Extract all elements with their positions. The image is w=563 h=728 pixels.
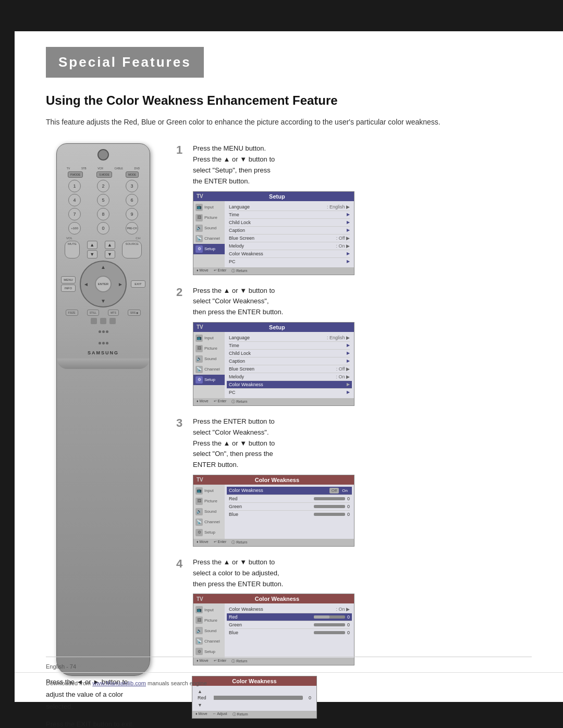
footer-text: Downloaded from — [46, 680, 91, 686]
num-6[interactable]: 6 — [126, 194, 138, 206]
tv-screen-3-sidebar: 📺 Input 🖼 Picture 🔊 Sound — [193, 485, 225, 539]
extra-btn-2[interactable] — [100, 318, 106, 324]
mute-button[interactable]: MUTE — [65, 241, 80, 258]
s2-menu-time-arrow: ▶ — [347, 343, 350, 348]
menu-language: Language : English ▶ — [229, 203, 350, 211]
ch-up[interactable]: ▲ — [105, 241, 115, 249]
tv-screen-3-tv-label: TV — [197, 477, 203, 483]
s4-sidebar-input: 📺 Input — [193, 604, 225, 615]
s4-blue-slider — [314, 631, 345, 634]
vol-down[interactable]: ▼ — [87, 250, 97, 258]
num-plus100[interactable]: +100 — [68, 222, 81, 235]
sidebar-picture: 🖼 Picture — [193, 213, 225, 223]
s3-sidebar-input-icon: 📺 — [195, 487, 203, 495]
vol-up[interactable]: ▲ — [87, 241, 97, 249]
s4-menu-blue-label: Blue — [229, 630, 238, 635]
num-2[interactable]: 2 — [97, 180, 109, 192]
sidebar-channel-icon: 📡 — [195, 235, 203, 242]
s3-menu-red-label: Red — [229, 496, 238, 501]
tv-screen-5-header: Color Weakness — [192, 676, 316, 686]
tv-screen-3-body: 📺 Input 🖼 Picture 🔊 Sound — [193, 485, 354, 539]
source-stb: STB — [81, 167, 87, 170]
num-9[interactable]: 9 — [126, 208, 138, 220]
step-2-number: 2 — [176, 287, 187, 298]
menu-button[interactable]: MENU — [61, 276, 76, 283]
s3-footer-enter: ↵ Enter — [214, 540, 227, 545]
s2-menu-language: Language : English ▶ — [229, 334, 350, 342]
pmode-button[interactable]: P.MODE — [68, 171, 83, 178]
num-7[interactable]: 7 — [68, 208, 81, 220]
s3-blue-value: 0 — [347, 512, 350, 517]
s3-off-btn: Off — [329, 488, 339, 493]
s3-sidebar-sound-label: Sound — [204, 509, 216, 514]
menu-bluescreen-label: Blue Screen — [229, 236, 254, 241]
tv-screen-5-footer: ♦ Move ↔ Adjust ⓘ Return — [192, 711, 316, 718]
exit-button[interactable]: EXIT — [131, 280, 145, 288]
tv-screen-1-body: 📺 Input 🖼 Picture 🔊 Sound — [193, 201, 354, 267]
info-button[interactable]: INFO — [61, 285, 76, 292]
smode-button[interactable]: S.MODE — [96, 171, 112, 178]
s2-sidebar-setup-label: Setup — [204, 377, 215, 382]
menu-pc-label: PC — [229, 259, 236, 264]
menu-time-label: Time — [229, 212, 239, 217]
s2-menu-time-label: Time — [229, 343, 239, 348]
mts-button[interactable]: MTS — [108, 310, 119, 316]
s2-menu-colorweakness-label: Color Weakness — [229, 382, 263, 387]
menu-language-label: Language — [229, 204, 250, 209]
fsize-button[interactable]: FSIZE — [66, 310, 78, 316]
srs-button[interactable]: SRS ◉ — [128, 310, 141, 316]
ch-down[interactable]: ▼ — [105, 250, 115, 258]
dpad-down[interactable]: ▼ — [101, 298, 106, 304]
tv-screen-2-sidebar: 📺 Input 🖼 Picture 🔊 Sound — [193, 332, 225, 398]
dpad: ▲ ▼ ◄ ► ENTER — [80, 261, 127, 307]
samsung-logo: SAMSUNG — [61, 350, 145, 355]
source-dvd: DVD — [134, 167, 140, 170]
tv-screen-1-title: Setup — [269, 193, 285, 200]
num-8[interactable]: 8 — [97, 208, 109, 220]
dpad-left[interactable]: ◄ — [83, 281, 89, 287]
left-border — [0, 0, 15, 728]
tv-screen-1-tv-label: TV — [197, 193, 203, 199]
s4-sidebar-input-icon: 📺 — [195, 606, 203, 613]
source-button[interactable]: SOURCE — [122, 241, 142, 258]
num-1[interactable]: 1 — [68, 180, 81, 192]
menu-time-arrow: ▶ — [347, 212, 350, 217]
still-button[interactable]: STILL — [87, 310, 99, 316]
s2-sidebar-input: 📺 Input — [193, 333, 225, 343]
power-button[interactable] — [97, 149, 109, 161]
vol-ch-labels: VOL CH — [61, 237, 145, 240]
enter-button[interactable]: ENTER — [95, 276, 112, 292]
dpad-up[interactable]: ▲ — [101, 264, 106, 270]
dpad-right[interactable]: ► — [118, 281, 123, 287]
s4-sidebar-setup: ⚙ Setup — [193, 646, 225, 657]
menu-childlock: Child Lock ▶ — [229, 219, 350, 227]
mode-button[interactable]: MODE — [126, 171, 139, 178]
s2-sidebar-input-icon: 📺 — [195, 335, 203, 342]
num-5[interactable]: 5 — [97, 194, 109, 206]
s2-menu-melody-label: Melody — [229, 374, 244, 379]
s2-sidebar-picture-icon: 🖼 — [195, 345, 203, 352]
num-3[interactable]: 3 — [126, 180, 138, 192]
s3-cw-buttons: Off On — [329, 488, 350, 493]
step-5-text-2: Press the EXIT button to exit. — [46, 718, 171, 728]
s4-blue-value: 0 — [347, 630, 350, 635]
num-prech[interactable]: PRE-CH — [126, 222, 138, 235]
extra-btn-3[interactable] — [109, 318, 116, 324]
s3-menu-cw-label: Color Weakness — [229, 488, 263, 493]
s4-menu-cw-value: : On ▶ — [336, 607, 350, 612]
s4-menu-green-label: Green — [229, 622, 242, 627]
extra-btn-1[interactable] — [91, 318, 97, 324]
num-4[interactable]: 4 — [68, 194, 81, 206]
s4-red-slider — [314, 615, 345, 619]
num-0[interactable]: 0 — [97, 222, 109, 235]
step-1: 1 Press the MENU button. Press the ▲ or … — [176, 143, 532, 275]
s3-sidebar-channel-icon: 📡 — [195, 519, 203, 526]
step-1-text: Press the MENU button. Press the ▲ or ▼ … — [193, 143, 532, 187]
s3-footer-move: ♦ Move — [197, 540, 209, 545]
tv-screen-4-title: Color Weakness — [255, 596, 299, 602]
s5-footer-move: ♦ Move — [195, 712, 207, 717]
menu-colorweakness: Color Weakness ▶ — [229, 250, 350, 258]
s3-red-value: 0 — [347, 496, 350, 501]
s4-menu-green: Green 0 — [229, 621, 350, 629]
footer-link[interactable]: www.Manualslib.com — [92, 680, 146, 686]
